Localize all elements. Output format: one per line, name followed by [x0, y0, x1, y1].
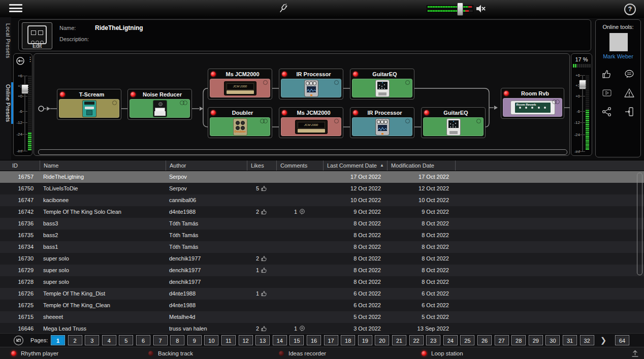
page-button-27[interactable]: 27: [495, 335, 509, 345]
page-button-25[interactable]: 25: [460, 335, 474, 345]
page-button-17[interactable]: 17: [324, 335, 338, 345]
refresh-icon[interactable]: [13, 335, 24, 346]
video-icon[interactable]: [601, 87, 613, 99]
page-button-29[interactable]: 29: [529, 335, 543, 345]
block-body[interactable]: Room Reverb: [503, 98, 562, 117]
block-body[interactable]: JCM 2000: [210, 79, 270, 97]
page-button-30[interactable]: 30: [545, 335, 560, 345]
page-button-28[interactable]: 28: [511, 335, 526, 345]
table-row[interactable]: 16730super solodenchik197728 Oct 20228 O…: [0, 253, 644, 265]
page-button-12[interactable]: 12: [239, 335, 253, 345]
share-icon[interactable]: [601, 106, 613, 117]
page-button-11[interactable]: 11: [221, 335, 236, 345]
page-button-6[interactable]: 6: [136, 335, 150, 345]
page-button-16[interactable]: 16: [307, 335, 321, 345]
menu-icon[interactable]: [9, 4, 22, 13]
chain-block-t-scream[interactable]: T-Scream: [57, 89, 121, 120]
column-header-modification-date[interactable]: Modification Date: [387, 160, 455, 171]
page-button-13[interactable]: 13: [255, 335, 270, 345]
mute-icon[interactable]: [475, 4, 487, 14]
page-button-3[interactable]: 3: [85, 335, 99, 345]
page-button-21[interactable]: 21: [392, 335, 406, 345]
block-enable-led[interactable]: [60, 92, 65, 97]
page-button-5[interactable]: 5: [119, 335, 133, 345]
block-body[interactable]: [423, 117, 484, 136]
column-header-id[interactable]: ID: [0, 160, 40, 171]
block-body[interactable]: [281, 79, 341, 97]
page-button-7[interactable]: 7: [153, 335, 168, 345]
bottom-tool-backing-track[interactable]: Backing track: [148, 347, 193, 359]
block-body[interactable]: [352, 117, 412, 136]
column-header-last-comment-date[interactable]: Last Comment Date▲: [323, 160, 387, 171]
avatar[interactable]: [609, 33, 628, 51]
page-button-last[interactable]: 64: [615, 335, 629, 345]
table-row[interactable]: 16736bass3Tóth Tamás8 Oct 20228 Oct 2022: [0, 218, 644, 230]
block-enable-led[interactable]: [131, 92, 136, 97]
edit-preset-button[interactable]: Edit: [22, 22, 52, 49]
table-row[interactable]: 16750ToLiveIsToDieSerpov512 Oct 202212 O…: [0, 183, 644, 194]
page-button-22[interactable]: 22: [409, 335, 424, 345]
chain-block-room-rvb[interactable]: Room RvbRoom Reverb: [501, 88, 564, 119]
user-name-link[interactable]: Mark Weber: [596, 53, 640, 59]
block-enable-led[interactable]: [353, 110, 358, 115]
report-icon[interactable]: [624, 87, 635, 99]
input-source-icon[interactable]: [16, 56, 25, 66]
block-enable-led[interactable]: [353, 72, 358, 77]
comments-icon[interactable]: [624, 69, 635, 80]
table-row[interactable]: 16726Temple Of The King_Distd4nte198816 …: [0, 288, 644, 300]
block-enable-led[interactable]: [504, 91, 509, 96]
tuner-icon[interactable]: [277, 3, 288, 14]
block-body[interactable]: JCM 2000: [281, 117, 341, 136]
table-row[interactable]: 16757RideTheLigtningSerpov17 Oct 202217 …: [0, 171, 644, 183]
chain-block-ms-jcm2000[interactable]: Ms JCM2000JCM 2000: [208, 69, 272, 100]
table-row[interactable]: 16646Mega Lead Trusstruss van halen213 O…: [0, 323, 644, 333]
block-body[interactable]: [130, 99, 190, 118]
page-button-26[interactable]: 26: [477, 335, 492, 345]
chain-block-ir-processor[interactable]: IR Processor: [350, 107, 414, 138]
block-body[interactable]: [59, 99, 119, 118]
chain-block-ms-jcm2000[interactable]: Ms JCM2000JCM 2000: [279, 107, 343, 138]
table-row[interactable]: 16715sheeeetMetalhe4d5 Oct 20225 Oct 202…: [0, 311, 644, 323]
volume-handle[interactable]: [457, 3, 463, 16]
page-button-18[interactable]: 18: [341, 335, 355, 345]
page-button-10[interactable]: 10: [204, 335, 218, 345]
page-button-2[interactable]: 2: [68, 335, 82, 345]
table-row[interactable]: 16725Temple Of The King_Cleand4nte19886 …: [0, 300, 644, 311]
table-row[interactable]: 16747kaciboneecannibal0610 Oct 202210 Oc…: [0, 194, 644, 206]
page-button-19[interactable]: 19: [358, 335, 372, 345]
page-button-1[interactable]: 1: [51, 335, 65, 345]
chain-block-ir-processor[interactable]: IR Processor: [279, 69, 343, 100]
table-row[interactable]: 16728super solodenchik19778 Oct 20228 Oc…: [0, 276, 644, 288]
block-body[interactable]: Doubler: [210, 117, 270, 136]
chain-block-doubler[interactable]: DoublerDoubler: [208, 107, 272, 138]
page-button-20[interactable]: 20: [375, 335, 389, 345]
chain-block-guitareq[interactable]: GuitarEQ: [350, 69, 414, 100]
help-icon[interactable]: ?: [624, 4, 636, 15]
page-button-8[interactable]: 8: [170, 335, 184, 345]
table-row[interactable]: 16742Temple Of The King Solo Cleand4nte1…: [0, 206, 644, 218]
page-button-4[interactable]: 4: [102, 335, 116, 345]
tab-local-presets[interactable]: Local Presets: [0, 21, 11, 60]
chain-horizontal-scrollbar[interactable]: [38, 149, 567, 155]
bottom-tool-rhythm-player[interactable]: Rhythm player: [11, 347, 58, 359]
block-enable-led[interactable]: [282, 72, 287, 77]
column-header-author[interactable]: Author: [166, 160, 247, 171]
page-button-31[interactable]: 31: [563, 335, 577, 345]
block-enable-led[interactable]: [282, 110, 287, 115]
bottom-tool-loop-station[interactable]: Loop station: [422, 347, 463, 359]
page-button-23[interactable]: 23: [426, 335, 440, 345]
table-vertical-scrollbar[interactable]: [637, 173, 642, 275]
master-volume-slider[interactable]: [427, 4, 472, 13]
column-header-name[interactable]: Name: [40, 160, 166, 171]
page-button-24[interactable]: 24: [443, 335, 458, 345]
column-header-likes[interactable]: Likes: [247, 160, 276, 171]
next-pages-icon[interactable]: ❯: [599, 335, 607, 346]
tab-online-presets[interactable]: Online Presets: [0, 82, 13, 124]
page-button-9[interactable]: 9: [187, 335, 202, 345]
column-header-comments[interactable]: Comments: [276, 160, 323, 171]
exit-icon[interactable]: [624, 106, 635, 117]
bottom-tool-ideas-recorder[interactable]: Ideas recorder: [279, 347, 326, 359]
chain-block-noise-reducer[interactable]: Noise Reducer: [127, 89, 192, 120]
block-enable-led[interactable]: [424, 110, 429, 115]
input-menu-icon[interactable]: ⋮: [27, 55, 34, 63]
